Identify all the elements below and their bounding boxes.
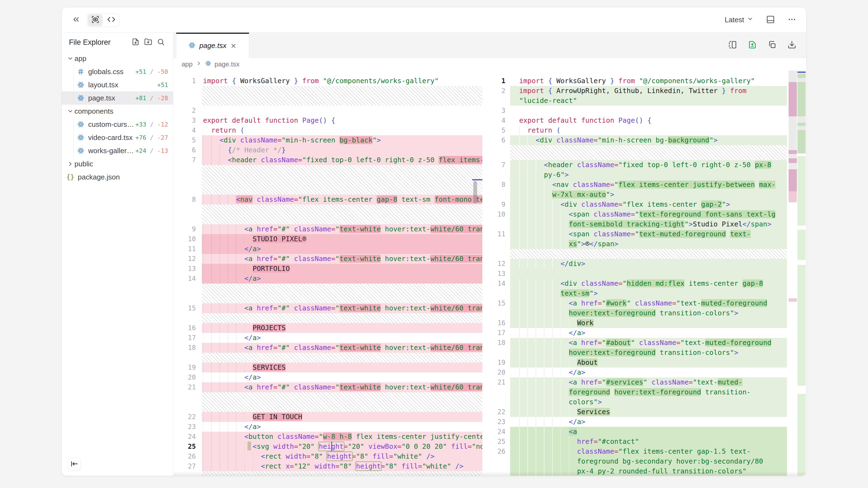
more-options-button[interactable] — [786, 14, 798, 26]
code-line-16[interactable]: 16PROJECTS — [173, 323, 482, 333]
code-line-3[interactable]: 3 — [482, 106, 806, 116]
code-line-24[interactable]: 24<a — [482, 427, 806, 437]
new-file-button[interactable] — [130, 37, 141, 47]
code-line-13[interactable]: 13PORTFOLIO — [173, 264, 482, 274]
code-line-12[interactable]: 12<a href="#" className="text-white hove… — [173, 254, 482, 264]
code-line-22[interactable]: 22GET IN TOUCH — [173, 412, 482, 422]
preview-toggle-button[interactable] — [88, 14, 103, 26]
code-line-9[interactable]: 9<div className="flex items-center gap-2… — [482, 199, 806, 209]
code-line-6[interactable]: 6<div className="min-h-screen bg-backgro… — [482, 135, 806, 145]
code-line-1[interactable]: 1import { WorksGallery } from "@/compone… — [173, 76, 482, 86]
code-text: {/* Header */} — [203, 145, 482, 155]
code-line-20[interactable]: 20</a> — [173, 372, 482, 382]
code-line-14[interactable]: 14</a> — [173, 274, 482, 284]
code-line-22[interactable]: 22Services — [482, 407, 806, 417]
code-line-13[interactable]: 13 — [482, 269, 806, 279]
search-files-button[interactable] — [155, 37, 166, 47]
copy-code-button[interactable] — [766, 39, 778, 51]
code-line-17[interactable]: 17</a> — [173, 333, 482, 343]
code-line-23[interactable]: 23</a> — [482, 417, 806, 427]
vertical-scrollbar-thumb[interactable] — [473, 181, 477, 203]
code-line-4[interactable]: 4export default function Page() { — [482, 116, 806, 125]
code-line-18[interactable]: 18<a href="#about" className="text-muted… — [482, 338, 806, 358]
code-line-8[interactable]: 8<nav className="flex items-center justi… — [482, 180, 806, 199]
code-line-5[interactable]: 5<div className="min-h-screen bg-black"> — [173, 135, 482, 145]
code-text: export default function Page() { — [203, 116, 482, 125]
code-line-27[interactable]: 27<rect x="12" width="8" height="8" fill… — [173, 461, 482, 471]
code-line-20[interactable]: 20</a> — [482, 367, 806, 378]
collapse-sidebar-button[interactable] — [68, 458, 81, 471]
code-line-1[interactable]: 1import { WorksGallery } from "@/compone… — [482, 76, 806, 86]
code-line-16[interactable]: 16Work — [482, 318, 806, 328]
sidebar-item-video-card-tsx[interactable]: video-card.tsx+76 / -27 — [62, 131, 173, 144]
code-line-2[interactable]: 2 — [173, 106, 482, 116]
sidebar-item-app[interactable]: app — [62, 52, 173, 65]
line-number: 14 — [173, 274, 202, 284]
split-editor-button[interactable] — [726, 39, 739, 51]
sidebar-item-page-tsx[interactable]: page.tsx+81 / -28 — [62, 91, 173, 104]
code-line-15[interactable]: 15<a href="#" className="text-white hove… — [173, 303, 482, 313]
code-line-3[interactable]: 3export default function Page() { — [173, 116, 482, 125]
breadcrumb-folder[interactable]: app — [182, 60, 192, 68]
line-number: 8 — [173, 195, 202, 204]
code-text — [203, 106, 482, 116]
diff-pane-old[interactable]: 1import { WorksGallery } from "@/compone… — [173, 70, 482, 476]
code-text: import { ArrowUpRight, Github, Linkedin,… — [519, 86, 779, 106]
code-line-9[interactable]: 9<a href="#" className="text-white hover… — [173, 224, 482, 234]
sidebar-item-globals-css[interactable]: globals.css+51 / -50 — [62, 65, 173, 78]
code-line-26[interactable]: 26className="flex items-center gap-1.5 t… — [482, 447, 806, 476]
sidebar-item-works-galler-[interactable]: works-galler…+24 / -13 — [62, 144, 173, 157]
download-button[interactable] — [786, 39, 798, 51]
code-line-17[interactable]: 17</a> — [482, 328, 806, 338]
close-tab-icon[interactable] — [230, 42, 237, 49]
code-line-4[interactable]: 4return ( — [173, 125, 482, 135]
code-line-7[interactable]: 7<header className="fixed top-0 left-0 r… — [173, 155, 482, 165]
code-toggle-button[interactable] — [103, 13, 119, 27]
collapse-panel-button[interactable] — [70, 14, 82, 26]
code-line-23[interactable]: 23</a> — [173, 422, 482, 432]
version-selector[interactable]: Latest — [723, 15, 755, 25]
tab-page-tsx[interactable]: page.tsx — [176, 33, 249, 58]
diff-pane-new[interactable]: 1import { WorksGallery } from "@/compone… — [482, 70, 806, 476]
code-line-5[interactable]: 5return ( — [482, 125, 806, 135]
file-tree: appglobals.css+51 / -50layout.tsx+51page… — [62, 52, 173, 184]
code-text: PROJECTS — [203, 323, 482, 333]
diff-minimap[interactable] — [788, 70, 806, 476]
sidebar-item-public[interactable]: public — [62, 157, 173, 170]
diff-view-button[interactable] — [746, 39, 758, 51]
sidebar-item-custom-curs-[interactable]: custom-curs…+33 / -12 — [62, 118, 173, 131]
code-line-2[interactable]: 2import { ArrowUpRight, Github, Linkedin… — [482, 86, 806, 106]
code-line-10[interactable]: 10STUDIO PIXEL® — [173, 234, 482, 244]
code-line-19[interactable]: 19About — [482, 358, 806, 367]
panel-bottom-button[interactable] — [765, 14, 777, 26]
code-line-25[interactable]: 25href="#contact" — [482, 437, 806, 447]
code-line-24[interactable]: 24<button className="w-8 h-8 flex items-… — [173, 432, 482, 442]
minimap-viewport-indicator — [797, 72, 806, 73]
code-line-21[interactable]: 21<a href="#" className="text-white hove… — [173, 382, 482, 392]
minimap-segment — [797, 265, 806, 386]
code-line-26[interactable]: 26<rect width="8" height="8" fill="white… — [173, 452, 482, 461]
code-line-6[interactable]: 6{/* Header */} — [173, 145, 482, 155]
line-number: 19 — [482, 358, 510, 367]
code-line-18[interactable]: 18<a href="#" className="text-white hove… — [173, 343, 482, 353]
sidebar-item-components[interactable]: components — [62, 104, 173, 118]
code-line-14[interactable]: 14<div className="hidden md:flex items-c… — [482, 279, 806, 298]
scroll-sync-marker — [247, 442, 251, 450]
code-line-7[interactable]: 7<header className="fixed top-0 left-0 r… — [482, 160, 806, 180]
code-line-10[interactable]: 10<span className="text-foreground font-… — [482, 209, 806, 229]
code-line-11[interactable]: 11</a> — [173, 244, 482, 254]
code-line-11[interactable]: 11<span className="text-muted-foreground… — [482, 229, 806, 249]
code-line-15[interactable]: 15<a href="#work" className="text-muted-… — [482, 298, 806, 318]
file-label: custom-curs… — [88, 120, 135, 129]
minimap-segment — [797, 82, 806, 117]
breadcrumb-file[interactable]: page.tsx — [215, 60, 240, 68]
sidebar-item-layout-tsx[interactable]: layout.tsx+51 — [62, 78, 173, 91]
code-line-21[interactable]: 21<a href="#services" className="text-mu… — [482, 378, 806, 407]
line-number: 17 — [173, 333, 202, 343]
sidebar-item-package-json[interactable]: {}package.json — [62, 170, 173, 184]
code-line-8[interactable]: 8<nav className="flex items-center gap-8… — [173, 195, 482, 204]
new-folder-button[interactable] — [143, 37, 153, 47]
code-line-25[interactable]: 25<svg width="20" height="20" viewBox="0… — [173, 442, 482, 452]
code-line-12[interactable]: 12</div> — [482, 259, 806, 269]
code-line-19[interactable]: 19SERVICES — [173, 363, 482, 372]
